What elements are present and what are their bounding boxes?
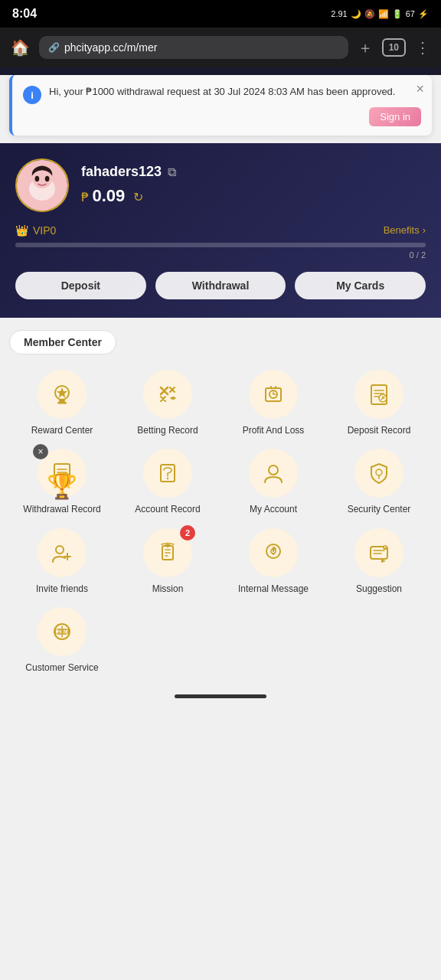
add-tab-icon[interactable]: ＋ [354,34,376,61]
reward-center-label: Reward Center [31,425,93,437]
menu-item-deposit-record[interactable]: Deposit Record [329,370,429,437]
customer-service-label: Customer Service [25,662,98,675]
info-icon: i [23,86,41,104]
status-icons: 2.91 🌙 🔕 📶 🔋 67 ⚡ [331,9,429,19]
mission-label: Mission [152,583,184,596]
browser-bar: 🏠 🔗 phcityapp.cc/m/mer ＋ 10 ⋮ [0,28,441,67]
member-center-title[interactable]: Member Center [9,330,116,354]
menu-item-my-account[interactable]: My Account [224,449,323,516]
home-bar [0,687,441,710]
profit-loss-label: Profit And Loss [243,425,305,437]
username: fahaders123 [81,164,162,180]
svg-point-16 [269,466,278,475]
account-record-label: Account Record [135,504,200,516]
vip-progress-label: 0 / 2 [15,250,426,260]
avatar [15,158,69,212]
profit-icon [260,381,286,407]
menu-item-account-record[interactable]: Account Record [118,449,217,516]
menu-item-invite-friends[interactable]: Invite friends [12,528,112,596]
svg-point-15 [167,478,168,479]
profile-card: fahaders123 ⧉ ₱ 0.09 ↻ 👑 VIP0 Benefits › [0,143,441,318]
action-buttons: Deposit Withdrawal My Cards [15,272,426,299]
my-account-icon [260,460,286,486]
notification-banner: i Hi, your ₱1000 withdrawal request at 3… [9,75,432,136]
menu-item-suggestion[interactable]: Suggestion [329,528,429,596]
suggestion-icon [366,540,392,566]
deposit-record-label: Deposit Record [348,425,411,437]
withdrawal-record-label: Withdrawal Record [23,504,100,516]
status-bar: 8:04 2.91 🌙 🔕 📶 🔋 67 ⚡ [0,0,441,28]
security-center-label: Security Center [348,504,411,516]
menu-item-security-center[interactable]: Security Center [329,449,429,516]
customer-service-icon: 24/7 [49,619,75,645]
betting-record-label: Betting Record [137,425,198,437]
benefits-button[interactable]: Benefits › [384,224,426,236]
url-bar[interactable]: 🔗 phcityapp.cc/m/mer [39,36,348,59]
balance: 0.09 [92,186,125,205]
invite-friends-icon [49,540,75,566]
reward-icon [49,381,75,407]
svg-point-18 [56,546,64,554]
deposit-button[interactable]: Deposit [15,272,146,299]
mission-icon [155,540,181,566]
menu-item-internal-message[interactable]: Internal Message [224,528,323,596]
menu-item-profit-loss[interactable]: Profit And Loss [224,370,323,437]
menu-grid: Reward Center Betting Record [9,370,432,675]
chevron-right-icon: › [423,224,426,236]
menu-item-customer-service[interactable]: 24/7 Customer Service [12,607,112,675]
my-account-label: My Account [250,504,297,516]
betting-icon [155,381,181,407]
svg-point-4 [45,175,50,181]
secure-icon: 🔗 [48,42,60,53]
close-notification-button[interactable]: × [416,81,424,97]
invite-friends-label: Invite friends [36,583,88,596]
signin-button[interactable]: Sign in [369,107,421,126]
url-text: phcityapp.cc/m/mer [64,41,157,54]
menu-item-betting-record[interactable]: Betting Record [118,370,217,437]
security-center-icon [366,460,392,486]
home-icon[interactable]: 🏠 [8,35,33,60]
home-indicator [175,694,266,698]
benefits-label: Benefits [384,224,420,236]
internal-message-icon [260,540,286,566]
svg-point-3 [35,175,40,181]
vip-level: VIP0 [33,224,56,237]
menu-dots-icon[interactable]: ⋮ [412,35,433,60]
internal-message-label: Internal Message [238,583,309,596]
close-badge[interactable]: × [33,444,48,459]
suggestion-label: Suggestion [356,583,402,596]
menu-item-withdrawal-record[interactable]: × Withdrawal Record 🏆 [12,449,112,516]
status-time: 8:04 [12,7,37,21]
copy-icon[interactable]: ⧉ [168,165,176,179]
menu-item-mission[interactable]: 2 Mission [118,528,217,596]
svg-rect-7 [57,402,67,404]
mission-badge: 2 [180,525,195,541]
svg-point-17 [376,469,382,475]
svg-rect-6 [59,400,65,402]
main-content: i Hi, your ₱1000 withdrawal request at 3… [0,75,441,980]
member-center-section: Member Center Reward Center [0,318,441,687]
crown-icon: 👑 [15,224,28,237]
menu-item-reward-center[interactable]: Reward Center [12,370,112,437]
account-record-icon [155,460,181,486]
tab-count[interactable]: 10 [382,38,406,57]
svg-point-20 [166,544,169,547]
notification-text: Hi, your ₱1000 withdrawal request at 30 … [49,84,421,100]
deposit-record-icon [366,381,392,407]
my-cards-button[interactable]: My Cards [295,272,426,299]
currency-sign: ₱ [81,191,89,204]
refresh-icon[interactable]: ↻ [133,191,143,204]
vip-progress-bar [15,243,426,247]
withdrawal-record-icon [49,460,75,486]
withdrawal-button[interactable]: Withdrawal [155,272,286,299]
